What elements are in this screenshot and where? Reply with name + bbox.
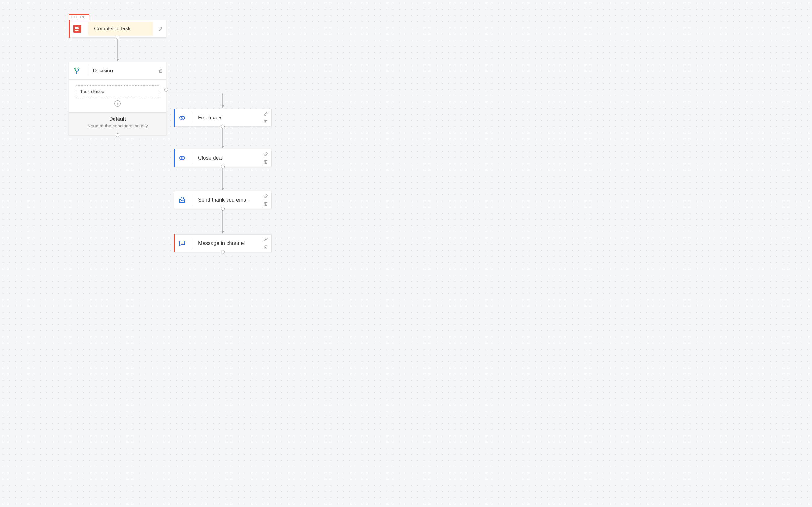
add-branch-button[interactable]: +	[114, 101, 121, 107]
output-connector[interactable]	[116, 36, 119, 39]
output-connector[interactable]	[221, 207, 225, 211]
action-node-fetch-deal[interactable]: Fetch deal	[174, 109, 272, 127]
svg-marker-11	[76, 73, 78, 74]
branch-icon	[73, 67, 88, 74]
todoist-icon	[73, 25, 88, 33]
svg-marker-6	[221, 188, 224, 190]
action-title: Send thank you email	[198, 197, 249, 203]
delete-icon[interactable]	[263, 201, 268, 206]
output-connector[interactable]	[221, 125, 225, 128]
default-output-connector[interactable]	[116, 133, 119, 137]
connector-fetch-to-close	[223, 126, 223, 149]
connector-close-to-thank	[223, 166, 223, 191]
edit-icon[interactable]	[263, 152, 268, 157]
default-branch[interactable]: Default None of the conditions satisfy	[69, 112, 166, 135]
trigger-title: Completed task	[93, 26, 131, 32]
link-icon	[179, 154, 193, 162]
delete-icon[interactable]	[263, 244, 268, 249]
svg-marker-8	[221, 231, 224, 234]
svg-marker-2	[221, 105, 224, 108]
svg-point-18	[183, 243, 184, 243]
action-node-send-thank-you-email[interactable]: Send thank you email	[174, 191, 272, 209]
action-title: Fetch deal	[198, 115, 222, 121]
trigger-node[interactable]: POLLING Completed task	[69, 20, 166, 38]
mail-icon	[179, 196, 193, 204]
divider	[88, 23, 88, 34]
output-connector[interactable]	[221, 250, 225, 254]
action-node-close-deal[interactable]: Close deal	[174, 149, 272, 167]
link-icon	[179, 114, 193, 121]
action-node-message-in-channel[interactable]: Message in channel	[174, 234, 272, 252]
svg-marker-4	[221, 146, 224, 149]
action-title: Message in channel	[198, 240, 245, 246]
default-title: Default	[73, 116, 162, 122]
default-subtitle: None of the conditions satisfy	[73, 123, 162, 128]
connector-trigger-to-decision	[117, 37, 118, 62]
svg-point-10	[78, 68, 79, 69]
branch-task-closed[interactable]: Task closed	[76, 85, 159, 97]
decision-title: Decision	[93, 68, 113, 74]
output-connector[interactable]	[221, 165, 225, 168]
branch-area: Task closed +	[69, 79, 166, 112]
edit-icon[interactable]	[158, 26, 163, 31]
edit-icon[interactable]	[263, 112, 268, 117]
decision-node[interactable]: Decision Task closed + Default None of t…	[69, 62, 166, 135]
edit-icon[interactable]	[263, 237, 268, 242]
flow-canvas[interactable]: POLLING Completed task	[0, 0, 433, 271]
branch-output-connector[interactable]	[164, 88, 168, 92]
delete-icon[interactable]	[263, 159, 268, 164]
edit-icon[interactable]	[263, 194, 268, 199]
svg-marker-1	[116, 59, 119, 61]
delete-icon[interactable]	[263, 119, 268, 124]
action-title: Close deal	[198, 155, 223, 161]
svg-point-9	[74, 68, 75, 69]
connector-thank-to-message	[223, 208, 223, 234]
chat-icon	[179, 240, 193, 247]
svg-point-17	[182, 243, 183, 243]
polling-tag: POLLING	[69, 14, 90, 20]
svg-point-16	[181, 243, 182, 243]
divider	[88, 65, 88, 76]
delete-icon[interactable]	[158, 68, 163, 73]
